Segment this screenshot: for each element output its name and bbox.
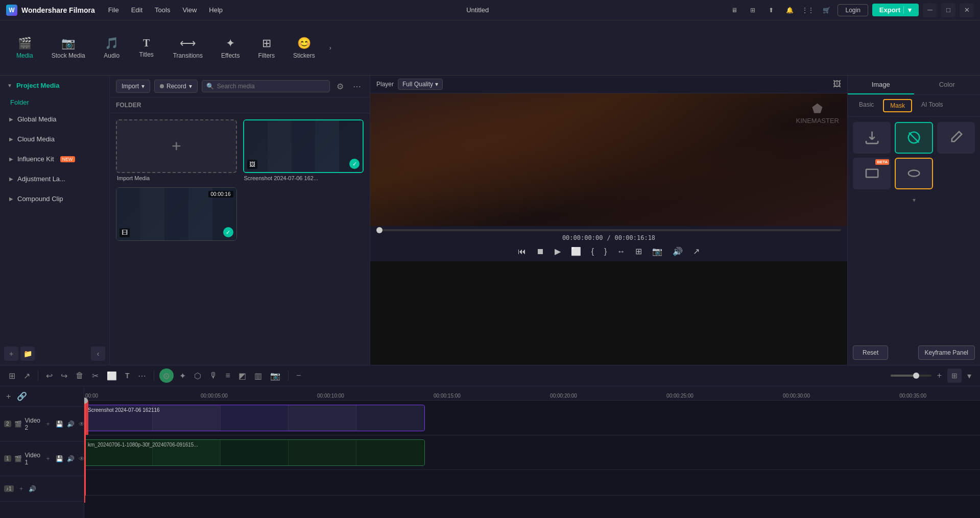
sidebar-folder-item[interactable]: Folder <box>0 95 109 109</box>
preview-image-button[interactable]: 🖼 <box>833 80 841 89</box>
text-button[interactable]: T <box>123 370 132 381</box>
tab-color[interactable]: Color <box>914 76 981 94</box>
track-options-button[interactable]: ⊞ <box>947 368 962 383</box>
video1-save-button[interactable]: 💾 <box>55 454 64 463</box>
fullscreen-button[interactable]: ⊞ <box>633 244 644 258</box>
menu-edit[interactable]: Edit <box>126 4 148 16</box>
fit-button[interactable]: ↔ <box>615 245 627 258</box>
apps-icon[interactable]: ⋮⋮ <box>801 3 815 17</box>
zoom-out-button[interactable]: − <box>294 369 303 382</box>
audio1-volume-button[interactable]: 🔊 <box>28 484 37 494</box>
more-options-chevron[interactable]: ▾ <box>965 369 974 382</box>
video2-volume-button[interactable]: 🔊 <box>66 420 75 429</box>
reset-button[interactable]: Reset <box>853 346 888 360</box>
thumbnail-button[interactable]: 📷 <box>268 369 283 382</box>
collapse-sidebar-button[interactable]: ‹ <box>91 347 105 361</box>
mark-in-button[interactable]: { <box>589 245 596 258</box>
shop-icon[interactable]: 🛒 <box>819 3 833 17</box>
clip-km-video[interactable]: km_20240706-1-1080p-30f_20240706-091615.… <box>84 439 425 466</box>
export-button[interactable]: Export ▾ <box>872 4 919 16</box>
import-media-item[interactable]: + Import Media <box>116 119 237 181</box>
close-button[interactable]: ✕ <box>960 3 974 17</box>
sidebar-item-adjustment-layer[interactable]: ▶ Adjustment La... <box>3 170 106 188</box>
tab-image[interactable]: Image <box>848 76 914 94</box>
toolbar-stickers[interactable]: 😊 Stickers <box>285 33 323 63</box>
zoom-slider[interactable] <box>891 375 931 377</box>
sidebar-item-compound-clip[interactable]: ▶ Compound Clip <box>3 190 106 208</box>
import-button[interactable]: Import ▾ <box>116 80 150 93</box>
volume-button[interactable]: 🔊 <box>671 244 685 258</box>
menu-help[interactable]: Help <box>204 4 228 16</box>
media-item-clip1[interactable]: 🖼 ✓ Screenshot 2024-07-06 162... <box>243 119 364 181</box>
skip-back-button[interactable]: ⏮ <box>516 245 528 258</box>
play-button[interactable]: ▶ <box>553 244 563 258</box>
track-area[interactable]: 00:00 00:00:05:00 00:00:10:00 00:00:15:0… <box>84 386 980 518</box>
export-chevron[interactable]: ▾ <box>903 6 912 14</box>
sidebar-item-global-media[interactable]: ▶ Global Media <box>3 110 106 128</box>
more-timeline-button[interactable]: ⋯ <box>135 369 149 382</box>
toolbar-effects[interactable]: ✦ Effects <box>213 33 248 63</box>
mask-shape-download[interactable] <box>853 122 891 154</box>
audio1-add-button[interactable]: + <box>17 484 26 494</box>
mark-out-button[interactable]: } <box>602 245 609 258</box>
clip-screenshot[interactable]: Screenshot 2024-07-06 162116 <box>84 405 425 431</box>
search-box[interactable]: 🔍 <box>202 80 330 92</box>
upload-icon[interactable]: ⬆ <box>764 3 778 17</box>
split-button[interactable]: ◩ <box>236 369 249 382</box>
more-options-button[interactable]: ⋯ <box>350 80 364 93</box>
mask-shape-ellipse[interactable] <box>895 158 933 189</box>
video2-add-button[interactable]: + <box>43 420 53 429</box>
snapshot-button[interactable]: 📷 <box>650 244 664 258</box>
toolbar-filters[interactable]: ⊞ Filters <box>250 33 283 63</box>
quality-select[interactable]: Full Quality ▾ <box>398 79 443 90</box>
motion-button[interactable]: ✦ <box>177 369 188 382</box>
mask-shape-pen[interactable] <box>937 122 975 154</box>
maximize-button[interactable]: □ <box>941 3 955 17</box>
stabilize-button[interactable]: ⬡ <box>192 369 204 382</box>
menu-tools[interactable]: Tools <box>150 4 175 16</box>
grid-icon[interactable]: ⊞ <box>746 3 760 17</box>
search-input[interactable] <box>217 83 325 90</box>
toolbar-titles[interactable]: T Titles <box>130 33 163 62</box>
mask-tab-ai-tools[interactable]: AI Tools <box>915 99 949 112</box>
monitor-icon[interactable]: 🖥 <box>727 3 742 17</box>
toolbar-media[interactable]: 🎬 Media <box>8 33 41 63</box>
crop-timeline-button[interactable]: ⬜ <box>104 369 119 382</box>
settings-button[interactable]: ↗ <box>691 244 702 258</box>
transition-insert-button[interactable]: ▥ <box>252 369 265 382</box>
playhead[interactable] <box>84 401 85 503</box>
auto-sync-button[interactable]: ≡ <box>223 369 233 382</box>
cut-button[interactable]: ✂ <box>89 369 101 382</box>
zoom-in-button[interactable]: + <box>935 369 944 382</box>
progress-bar[interactable] <box>376 229 841 231</box>
mask-tab-mask[interactable]: Mask <box>883 99 912 112</box>
toolbar-stock-media[interactable]: 📷 Stock Media <box>43 33 93 63</box>
keyframe-panel-button[interactable]: Keyframe Panel <box>918 346 975 360</box>
mask-shape-circle[interactable] <box>895 122 933 154</box>
record-button[interactable]: Record ▾ <box>154 80 198 93</box>
media-item-clip2[interactable]: 00:00:16 🎞 ✓ <box>116 187 237 241</box>
menu-view[interactable]: View <box>177 4 202 16</box>
login-button[interactable]: Login <box>838 4 868 16</box>
video1-volume-button[interactable]: 🔊 <box>66 454 75 463</box>
stop-button[interactable]: ⏹ <box>534 245 546 258</box>
filter-button[interactable]: ⚙ <box>334 80 346 93</box>
timeline-ripple-button[interactable]: ↗ <box>21 369 33 382</box>
sidebar-item-cloud-media[interactable]: ▶ Cloud Media <box>3 130 106 148</box>
redo-button[interactable]: ↪ <box>58 369 70 382</box>
toolbar-transitions[interactable]: ⟷ Transitions <box>165 33 211 63</box>
bell-icon[interactable]: 🔔 <box>782 3 797 17</box>
mask-shape-rectangle[interactable]: BETA <box>853 158 891 189</box>
add-track-button[interactable]: + <box>4 389 13 403</box>
voiceover-button[interactable]: 🎙 <box>207 369 220 382</box>
crop-button[interactable]: ⬜ <box>569 244 583 258</box>
audio-mute-button[interactable]: ⊙ <box>159 368 174 383</box>
toolbar-more[interactable]: › <box>325 40 336 56</box>
video2-save-button[interactable]: 💾 <box>55 420 64 429</box>
link-button[interactable]: 🔗 <box>15 389 29 403</box>
toolbar-audio[interactable]: 🎵 Audio <box>95 33 128 63</box>
delete-button[interactable]: 🗑 <box>73 369 86 382</box>
folder-button[interactable]: 📁 <box>20 347 35 361</box>
sidebar-item-project-media[interactable]: ▼ Project Media <box>3 77 106 94</box>
timeline-select-button[interactable]: ⊞ <box>6 369 18 382</box>
